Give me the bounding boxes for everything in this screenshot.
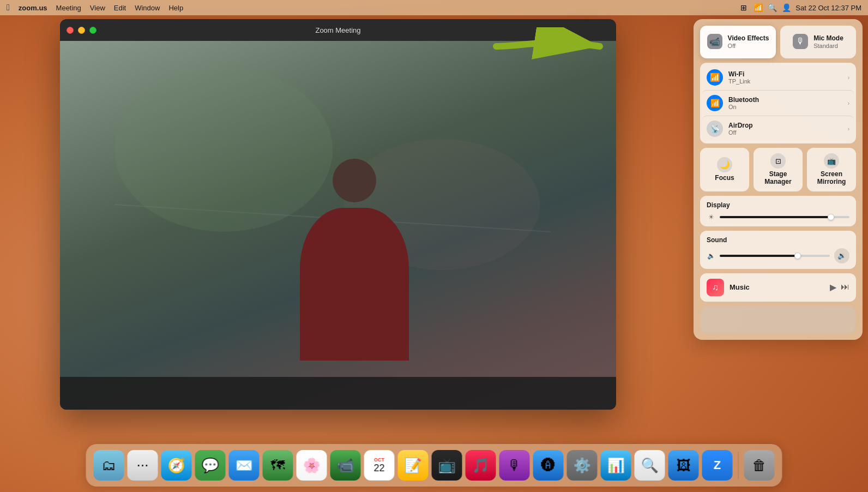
dock-separator: [738, 452, 739, 479]
mic-mode-sublabel: Standard: [813, 43, 843, 50]
bluetooth-chevron: ›: [848, 100, 849, 106]
dock-item-syspref[interactable]: ⚙️: [567, 450, 598, 481]
bluetooth-label: Bluetooth: [728, 96, 842, 104]
dock-item-maps[interactable]: 🗺: [263, 450, 293, 481]
arrow-container: [491, 27, 611, 68]
person-silhouette: [273, 159, 436, 377]
dock-item-preview[interactable]: 🖼: [668, 450, 699, 481]
brightness-min-icon: ☀: [707, 213, 715, 221]
dock-item-photos[interactable]: 🌸: [297, 450, 327, 481]
arrow-svg: [491, 27, 611, 65]
dock-item-music[interactable]: 🎵: [466, 450, 496, 481]
sound-slider-row: 🔈 🔉: [707, 248, 849, 263]
minimize-button[interactable]: [78, 27, 85, 34]
network-block: 📶 Wi-Fi TP_Link › 📶 Bluetooth On › 📡 Air…: [700, 63, 856, 143]
control-center-panel: 📹 Video Effects Off 🎙 Mic Mode Standard …: [694, 19, 863, 340]
wifi-sublabel: TP_Link: [728, 78, 842, 85]
brightness-slider[interactable]: [720, 216, 849, 218]
wifi-chevron: ›: [848, 75, 849, 81]
close-button[interactable]: [67, 27, 74, 34]
menubar-window[interactable]: Window: [135, 4, 160, 12]
search-icon[interactable]: 🔍: [767, 3, 777, 13]
display-section: Display ☀: [700, 196, 856, 226]
dock-item-safari[interactable]: 🧭: [161, 450, 192, 481]
airdrop-sublabel: Off: [728, 129, 842, 136]
bluetooth-text: Bluetooth On: [728, 96, 842, 110]
brightness-thumb[interactable]: [828, 214, 834, 220]
dock-item-zoom[interactable]: Z: [702, 450, 733, 481]
volume-fill: [720, 255, 797, 257]
dock-item-notes[interactable]: 📝: [398, 450, 429, 481]
mic-mode-icon: 🎙: [793, 34, 808, 49]
airdrop-label: AirDrop: [728, 122, 842, 129]
music-forward-btn[interactable]: ⏭: [841, 282, 849, 292]
stage-manager-tile[interactable]: ⊡ Stage Manager: [754, 148, 803, 191]
menubar-app-name[interactable]: zoom.us: [19, 4, 47, 12]
dock-item-appstore[interactable]: 🅐: [533, 450, 564, 481]
menubar-left:  zoom.us Meeting View Edit Window Help: [7, 3, 183, 13]
dock-item-podcasts[interactable]: 🎙: [499, 450, 530, 481]
screen-mirroring-label: Screen Mirroring: [811, 170, 852, 186]
volume-icon: 🔈: [707, 252, 715, 260]
cc-mid-row: 🌙 Focus ⊡ Stage Manager 📺 Screen Mirrori…: [700, 148, 856, 191]
maximize-button[interactable]: [89, 27, 97, 34]
music-icon: ♫: [707, 279, 724, 296]
music-controls: ▶ ⏭: [830, 282, 849, 292]
control-center-icon[interactable]: ⊞: [739, 3, 749, 13]
sound-label: Sound: [707, 236, 849, 244]
focus-tile[interactable]: 🌙 Focus: [700, 148, 749, 191]
screen-mirroring-tile[interactable]: 📺 Screen Mirroring: [807, 148, 856, 191]
stage-manager-label: Stage Manager: [758, 170, 798, 186]
video-effects-text: Video Effects Off: [728, 34, 769, 50]
airdrop-row[interactable]: 📡 AirDrop Off ›: [702, 116, 854, 141]
apple-menu[interactable]: : [7, 3, 10, 13]
zoom-window: Zoom Meeting: [60, 19, 616, 410]
wifi-status-icon[interactable]: 📶: [753, 3, 763, 13]
sound-section: Sound 🔈 🔉: [700, 231, 856, 269]
user-icon[interactable]: 👤: [781, 3, 791, 13]
mic-mode-tile[interactable]: 🎙 Mic Mode Standard: [780, 26, 856, 58]
dock-item-spotlight[interactable]: 🔍: [635, 450, 665, 481]
video-effects-sublabel: Off: [728, 43, 769, 50]
dock-item-mail[interactable]: ✉️: [229, 450, 260, 481]
display-slider-row: ☀: [707, 213, 849, 221]
menubar-edit[interactable]: Edit: [114, 4, 126, 12]
clock: Sat 22 Oct 12:37 PM: [795, 4, 861, 12]
wifi-label: Wi-Fi: [728, 70, 842, 78]
dock-item-calendar[interactable]: OCT 22: [364, 450, 395, 481]
display-label: Display: [707, 201, 849, 209]
menubar-right: ⊞ 📶 🔍 👤 Sat 22 Oct 12:37 PM: [739, 3, 861, 13]
stage-manager-icon: ⊡: [770, 153, 786, 169]
dock-item-keynote[interactable]: 📊: [601, 450, 631, 481]
airdrop-icon: 📡: [707, 121, 723, 137]
zoom-content: [60, 41, 616, 410]
bluetooth-row[interactable]: 📶 Bluetooth On ›: [702, 90, 854, 116]
music-label: Music: [730, 283, 824, 291]
sound-output-btn[interactable]: 🔉: [834, 248, 849, 263]
mic-mode-label: Mic Mode: [813, 34, 843, 42]
menubar-view[interactable]: View: [90, 4, 105, 12]
dock-item-trash[interactable]: 🗑: [744, 450, 775, 481]
dock-item-facetime[interactable]: 📹: [330, 450, 361, 481]
bluetooth-icon: 📶: [707, 95, 723, 111]
volume-thumb[interactable]: [794, 253, 801, 259]
dock-item-launchpad[interactable]: ⋯: [128, 450, 158, 481]
dock-item-messages[interactable]: 💬: [195, 450, 226, 481]
menubar-meeting[interactable]: Meeting: [56, 4, 81, 12]
person-body: [300, 208, 409, 361]
music-section: ♫ Music ▶ ⏭: [700, 273, 856, 302]
dock-item-appletv[interactable]: 📺: [432, 450, 462, 481]
menubar-help[interactable]: Help: [168, 4, 183, 12]
dock-item-finder[interactable]: 🗂: [94, 450, 124, 481]
wifi-text: Wi-Fi TP_Link: [728, 70, 842, 85]
menubar:  zoom.us Meeting View Edit Window Help …: [0, 0, 868, 15]
wifi-row[interactable]: 📶 Wi-Fi TP_Link ›: [702, 65, 854, 90]
video-effects-tile[interactable]: 📹 Video Effects Off: [700, 26, 776, 58]
volume-slider[interactable]: [720, 255, 830, 257]
wifi-icon: 📶: [707, 69, 723, 86]
cc-bottom-blur: [700, 306, 856, 333]
music-play-btn[interactable]: ▶: [830, 282, 836, 292]
video-effects-icon: 📹: [707, 34, 722, 49]
cc-top-row: 📹 Video Effects Off 🎙 Mic Mode Standard: [700, 26, 856, 58]
screen-mirroring-icon: 📺: [824, 153, 839, 169]
